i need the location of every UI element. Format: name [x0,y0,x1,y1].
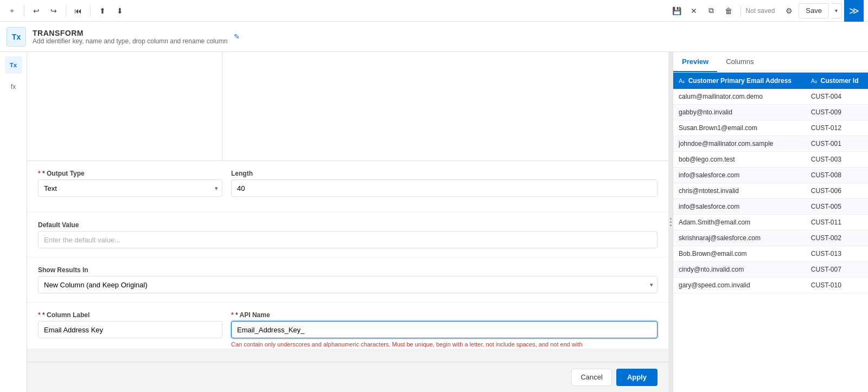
save-icon-button[interactable]: 💾 [669,3,684,18]
formula-area [27,52,668,161]
table-row: Susan.Brown1@email.com CUST-012 [673,120,868,136]
show-results-section: Show Results In New Column (and Keep Ori… [27,258,668,303]
undo-button[interactable]: ↩ [29,3,44,18]
close-toolbar-button[interactable]: ✕ [686,3,701,18]
step-back-button[interactable]: ⏮ [71,3,86,18]
table-row: skrishnaraj@salesforce.com CUST-002 [673,230,868,246]
table-row: johndoe@mailinator.com.sample CUST-001 [673,136,868,152]
redo-icon: ↪ [50,7,57,15]
col-header-email: A₂ Customer Primary Email Address [673,73,806,89]
column-label-title: * * Column Label [38,311,222,319]
default-value-label: Default Value [38,221,658,229]
copy-button[interactable]: ⧉ [704,3,719,18]
table-row: Bob.Brown@email.com CUST-013 [673,246,868,262]
show-results-select[interactable]: New Column (and Keep Original) [38,276,658,293]
col-label-id: Customer Id [821,77,859,85]
apply-button[interactable]: Apply [616,369,658,386]
left-sidebar: Tx fx [0,52,27,392]
col-type-id: A₂ [811,78,817,84]
cancel-button[interactable]: Cancel [571,369,611,386]
transform-sidebar-icon: Tx [10,62,17,68]
table-row: cindy@nto.invalid.com CUST-007 [673,262,868,278]
output-type-select-wrapper: Text ▾ [38,179,222,197]
column-label-input[interactable] [38,321,222,338]
header-banner: Tx TRANSFORM Add identifier key, name an… [0,22,868,52]
expand-icon: ≫ [849,5,859,17]
form-scroll-area: * * Output Type Text ▾ Length [27,52,668,362]
length-label: Length [231,170,658,177]
resize-dot-1 [670,218,672,220]
resize-dot-2 [670,221,672,223]
cell-id: CUST-005 [806,199,868,215]
download-button[interactable]: ⬇ [112,3,127,18]
cell-id: CUST-006 [806,183,868,199]
divider-2 [66,5,66,16]
table-row: Adam.Smith@email.com CUST-011 [673,215,868,230]
cell-id: CUST-002 [806,230,868,246]
sidebar-item-formula[interactable]: fx [5,78,22,95]
api-name-input[interactable] [231,321,658,338]
copy-icon: ⧉ [709,6,714,15]
edit-icon[interactable]: ✎ [234,33,240,41]
cell-email: gabby@nto.invalid [673,105,806,120]
length-group: Length [231,170,658,197]
add-icon: ＋ [8,6,16,16]
show-results-label: Show Results In [38,266,658,274]
sidebar-item-transform[interactable]: Tx [5,56,22,74]
bottom-action-bar: Cancel Apply [27,362,668,392]
divider-3 [90,5,91,16]
preview-table: A₂ Customer Primary Email Address A₂ Cus… [673,73,868,392]
redo-button[interactable]: ↪ [46,3,61,18]
tab-columns[interactable]: Columns [717,52,762,72]
gear-button[interactable]: ⚙ [781,3,796,18]
save-icon: 💾 [672,7,681,15]
download-icon: ⬇ [117,7,123,15]
save-chevron-button[interactable]: ▾ [831,3,842,18]
add-button[interactable]: ＋ [4,3,20,18]
default-value-input[interactable] [38,231,658,248]
column-label-group: * * Column Label [38,311,222,349]
upload-button[interactable]: ⬆ [95,3,110,18]
cell-email: bob@lego.com.test [673,152,806,168]
resize-dot-3 [670,224,672,226]
cell-id: CUST-011 [806,215,868,230]
resize-handle[interactable] [668,52,673,392]
table-row: gary@speed.com.invalid CUST-010 [673,278,868,293]
cell-email: johndoe@mailinator.com.sample [673,136,806,152]
undo-icon: ↩ [33,7,40,15]
content-area: * * Output Type Text ▾ Length [27,52,668,392]
table-row: info@salesforce.com CUST-005 [673,199,868,215]
tab-preview[interactable]: Preview [673,52,717,72]
cell-email: Susan.Brown1@email.com [673,120,806,136]
cell-id: CUST-012 [806,120,868,136]
trash-button[interactable]: 🗑 [721,3,736,18]
table-row: info@salesforce.com CUST-008 [673,168,868,183]
api-name-group: * * API Name Can contain only underscore… [231,311,658,349]
close-icon: ✕ [691,7,697,15]
column-label-row: * * Column Label * * API Name Can contai… [27,303,668,349]
expand-button[interactable]: ≫ [844,0,864,22]
output-type-label: * * Output Type [38,170,222,177]
divider-1 [24,5,24,16]
cell-email: chris@ntotest.invalid [673,183,806,199]
cell-email: Bob.Brown@email.com [673,246,806,262]
save-button[interactable]: Save [799,3,829,18]
cell-email: info@salesforce.com [673,199,806,215]
show-results-group: Show Results In New Column (and Keep Ori… [38,266,658,293]
api-name-validation-message: Can contain only underscores and alphanu… [231,340,658,349]
length-input[interactable] [231,179,658,197]
upload-icon: ⬆ [99,7,106,15]
col-header-id: A₂ Customer Id [806,73,868,89]
output-type-select[interactable]: Text [38,179,222,197]
col-type-email: A₂ [679,78,685,84]
data-table: A₂ Customer Primary Email Address A₂ Cus… [673,73,868,293]
cell-id: CUST-010 [806,278,868,293]
page-subtitle: Add identifier key, name and type, drop … [33,37,227,45]
page-title: TRANSFORM [33,29,227,37]
cell-id: CUST-013 [806,246,868,262]
table-row: chris@ntotest.invalid CUST-006 [673,183,868,199]
col-label-email: Customer Primary Email Address [688,77,792,85]
table-row: calum@mailinator.com.demo CUST-004 [673,89,868,105]
divider-4 [741,5,741,16]
trash-icon: 🗑 [725,7,732,15]
